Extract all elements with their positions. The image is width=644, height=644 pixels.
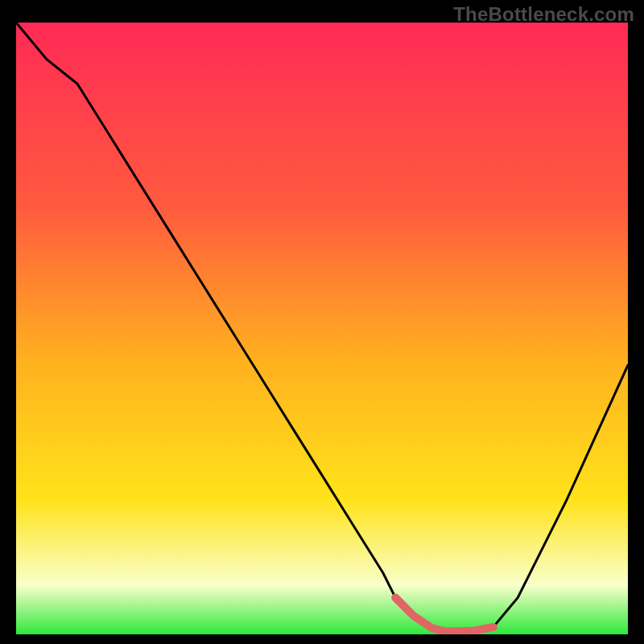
gradient-background (16, 23, 628, 634)
watermark-text: TheBottleneck.com (453, 3, 634, 26)
chart-frame: TheBottleneck.com (0, 0, 644, 644)
plot-svg (16, 23, 628, 634)
plot-area (16, 23, 628, 634)
